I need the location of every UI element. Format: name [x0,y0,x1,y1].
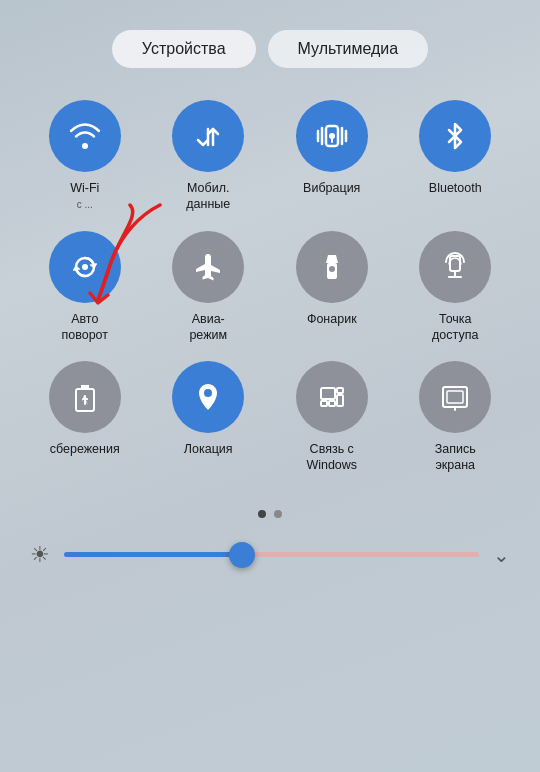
tab-devices[interactable]: Устройства [112,30,256,68]
location-label: Локация [184,441,233,457]
brightness-row: ☀ ⌄ [20,542,520,568]
svg-point-6 [82,264,88,270]
airplane-label: Авиа-режим [189,311,227,344]
screen-record-icon-circle [419,361,491,433]
hotspot-label: Точкадоступа [432,311,478,344]
battery-saver-label: сбережения [50,441,120,457]
tile-hotspot[interactable]: Точкадоступа [399,231,513,344]
quick-settings-grid: Wi-Fic ... Мобил.данные [20,100,520,474]
hotspot-icon-circle [419,231,491,303]
tile-location[interactable]: Локация [152,361,266,474]
bluetooth-label: Bluetooth [429,180,482,196]
wifi-label: Wi-Fic ... [70,180,99,213]
windows-link-icon-circle [296,361,368,433]
svg-rect-14 [321,388,335,399]
tile-flashlight[interactable]: Фонарик [275,231,389,344]
tile-airplane[interactable]: Авиа-режим [152,231,266,344]
battery-saver-icon-circle [49,361,121,433]
tile-windows-link[interactable]: Связь сWindows [275,361,389,474]
flashlight-icon-circle [296,231,368,303]
flashlight-icon [313,248,351,286]
screen-record-icon [436,378,474,416]
svg-point-13 [204,389,212,397]
tile-vibration[interactable]: Вибрация [275,100,389,213]
dot-2 [274,510,282,518]
chevron-down-icon[interactable]: ⌄ [493,543,510,567]
windows-link-icon [313,378,351,416]
vibration-label: Вибрация [303,180,360,196]
main-container: Устройства Мультимедиа Wi-Fic ... [0,0,540,772]
brightness-slider[interactable] [64,552,479,557]
svg-rect-18 [337,395,343,406]
screen-record-label: Записьэкрана [435,441,476,474]
dot-1 [258,510,266,518]
svg-point-8 [329,266,335,272]
pagination-dots [258,510,282,518]
tile-battery-saver[interactable]: сбережения [28,361,142,474]
auto-rotate-label: Автоповорот [61,311,108,344]
tile-mobile-data[interactable]: Мобил.данные [152,100,266,213]
vibration-icon-circle [296,100,368,172]
windows-link-label: Связь сWindows [306,441,357,474]
tab-bar: Устройства Мультимедиа [20,30,520,68]
svg-rect-20 [447,391,463,403]
airplane-icon [189,248,227,286]
tab-media[interactable]: Мультимедиа [268,30,429,68]
svg-rect-15 [321,401,327,406]
vibration-icon [313,117,351,155]
brightness-thumb[interactable] [229,542,255,568]
svg-point-4 [329,133,335,139]
tile-bluetooth[interactable]: Bluetooth [399,100,513,213]
mobile-data-icon-circle [172,100,244,172]
mobile-data-label: Мобил.данные [186,180,230,213]
bluetooth-icon-circle [419,100,491,172]
svg-rect-17 [337,388,343,393]
brightness-icon: ☀ [30,542,50,568]
tile-auto-rotate[interactable]: Автоповорот [28,231,142,344]
svg-rect-16 [329,401,335,406]
location-icon [189,378,227,416]
battery-saver-icon [66,378,104,416]
auto-rotate-icon-circle [49,231,121,303]
tile-screen-record[interactable]: Записьэкрана [399,361,513,474]
hotspot-icon [436,248,474,286]
airplane-icon-circle [172,231,244,303]
wifi-icon-circle [49,100,121,172]
tile-wifi[interactable]: Wi-Fic ... [28,100,142,213]
bluetooth-icon [436,117,474,155]
wifi-icon [66,117,104,155]
flashlight-label: Фонарик [307,311,357,327]
mobile-data-icon [189,117,227,155]
location-icon-circle [172,361,244,433]
auto-rotate-icon [66,248,104,286]
